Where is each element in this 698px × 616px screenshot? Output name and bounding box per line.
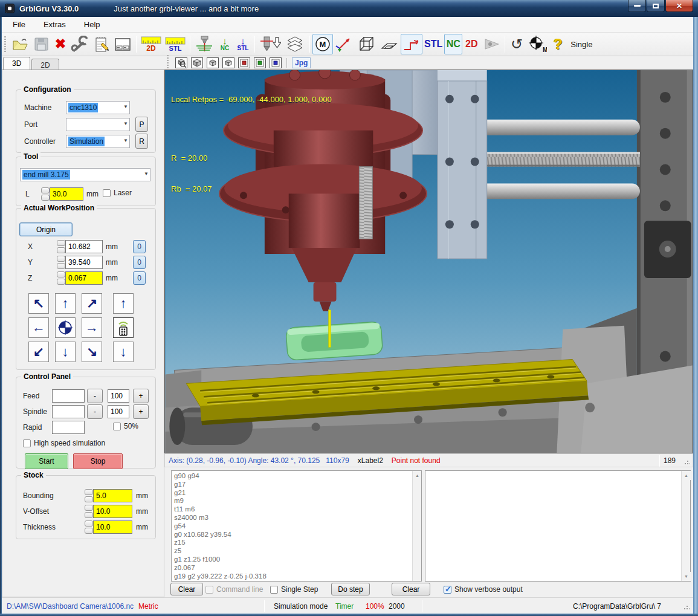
tab-3d[interactable]: 3D bbox=[3, 57, 30, 70]
settings-button[interactable] bbox=[69, 34, 91, 54]
jog-down-left-button[interactable]: ↙ bbox=[28, 342, 49, 362]
z-position-input[interactable]: 0.067 bbox=[65, 271, 103, 285]
view-z-button[interactable] bbox=[270, 57, 282, 68]
load-stl-button[interactable]: ↓ STL bbox=[234, 34, 252, 54]
verbose-output-box[interactable]: ▲ ▼ bbox=[425, 470, 691, 582]
title-bar[interactable]: GrblGru V3.30.0 Just another grbl-viewer… bbox=[0, 0, 698, 17]
y-spinner[interactable] bbox=[57, 256, 65, 269]
camera-view-button[interactable] bbox=[480, 34, 502, 54]
jog-down-button[interactable]: ↓ bbox=[55, 342, 76, 362]
spinner-down[interactable] bbox=[57, 279, 65, 285]
spinner-up[interactable] bbox=[57, 240, 65, 246]
fifty-percent-checkbox[interactable]: 50% bbox=[113, 422, 138, 430]
tool-length-input[interactable]: 30.0 bbox=[50, 187, 83, 201]
feed-input[interactable] bbox=[52, 389, 85, 403]
tool-length-spinner[interactable] bbox=[41, 187, 50, 201]
edit-notes-button[interactable] bbox=[91, 34, 112, 54]
plane-view-button[interactable] bbox=[378, 34, 401, 54]
jog-up-left-button[interactable]: ↖ bbox=[28, 293, 49, 314]
checkbox-box[interactable] bbox=[23, 439, 31, 447]
y-zero-button[interactable]: 0 bbox=[133, 256, 146, 269]
spindle-input[interactable] bbox=[52, 405, 85, 418]
jog-home-button[interactable] bbox=[55, 317, 76, 338]
menu-file[interactable]: File bbox=[5, 18, 33, 31]
spinner-down[interactable] bbox=[85, 512, 93, 518]
machine-select[interactable]: cnc1310 ▼ bbox=[66, 101, 130, 114]
help-button[interactable]: ? bbox=[549, 34, 567, 54]
toolpath-view-button[interactable] bbox=[401, 34, 422, 54]
port-select[interactable]: ▼ bbox=[66, 118, 130, 131]
clear-output-button[interactable]: Clear bbox=[392, 583, 430, 595]
y-position-input[interactable]: 39.540 bbox=[65, 256, 103, 269]
thickness-spinner[interactable] bbox=[85, 520, 93, 534]
feed-minus-button[interactable]: - bbox=[87, 389, 103, 403]
feed-percent-input[interactable]: 100 bbox=[108, 389, 129, 403]
command-line-checkbox[interactable]: Command line bbox=[205, 585, 263, 594]
scroll-down-icon[interactable]: ▼ bbox=[682, 572, 691, 581]
spinner-up[interactable] bbox=[85, 505, 93, 511]
show-2d-button[interactable]: 2D bbox=[462, 34, 480, 54]
view-x-button[interactable] bbox=[238, 57, 250, 68]
machine-origin-button[interactable]: M bbox=[526, 34, 549, 54]
scroll-up-icon[interactable]: ▲ bbox=[682, 471, 691, 480]
spinner-down[interactable] bbox=[57, 247, 65, 253]
zoom-fit-button[interactable] bbox=[175, 57, 187, 68]
remote-control-button[interactable] bbox=[113, 317, 134, 338]
controller-r-button[interactable]: R bbox=[135, 134, 148, 149]
jog-left-button[interactable]: ← bbox=[28, 317, 49, 338]
x-position-input[interactable]: 10.682 bbox=[65, 240, 103, 253]
tab-2d[interactable]: 2D bbox=[31, 59, 59, 70]
viewport-toolbar-grip[interactable] bbox=[167, 55, 169, 71]
z-spinner[interactable] bbox=[57, 271, 65, 285]
view-top-button[interactable] bbox=[207, 57, 219, 68]
spinner-up[interactable] bbox=[85, 520, 93, 527]
spinner-down[interactable] bbox=[85, 496, 93, 502]
delete-button[interactable]: ✖ bbox=[51, 34, 69, 54]
high-speed-checkbox[interactable]: High speed simulation bbox=[23, 439, 105, 447]
view-iso-button[interactable] bbox=[191, 57, 203, 68]
spindle-plus-button[interactable]: + bbox=[133, 404, 149, 419]
origin-button[interactable]: Origin bbox=[19, 222, 73, 236]
mill-simulation-button[interactable] bbox=[193, 34, 216, 54]
axes-button[interactable] bbox=[333, 34, 355, 54]
save-button[interactable] bbox=[31, 34, 51, 54]
x-zero-button[interactable]: 0 bbox=[133, 240, 146, 253]
single-step-checkbox[interactable]: Single Step bbox=[270, 585, 318, 594]
rapid-input[interactable] bbox=[52, 421, 85, 434]
thickness-input[interactable]: 10.0 bbox=[93, 520, 132, 534]
clear-gcode-button[interactable]: Clear bbox=[170, 583, 203, 595]
show-verbose-checkbox[interactable]: ✓ Show verbose output bbox=[444, 585, 523, 594]
spinner-down[interactable] bbox=[85, 528, 93, 534]
checkbox-box[interactable] bbox=[205, 586, 213, 594]
checkbox-box[interactable] bbox=[113, 423, 121, 430]
voffset-input[interactable]: 10.0 bbox=[93, 505, 132, 518]
load-nc-button[interactable]: ↓ NC bbox=[216, 34, 234, 54]
output-scrollbar[interactable]: ▲ ▼ bbox=[681, 471, 690, 581]
resize-grip-icon[interactable] bbox=[683, 604, 690, 610]
spinner-down[interactable] bbox=[57, 263, 65, 269]
resize-grip-icon[interactable] bbox=[684, 459, 690, 465]
measure-stl-button[interactable]: STL bbox=[163, 34, 187, 54]
view-y-button[interactable] bbox=[254, 57, 266, 68]
voffset-spinner[interactable] bbox=[85, 505, 93, 518]
tool-select[interactable]: end mill 3.175 ▼ bbox=[20, 168, 150, 181]
close-button[interactable]: ✕ bbox=[665, 0, 693, 12]
rotate-view-button[interactable]: ↺ bbox=[508, 34, 526, 54]
layout-window-button[interactable] bbox=[112, 34, 134, 54]
minimize-button[interactable] bbox=[628, 0, 646, 12]
menu-extras[interactable]: Extras bbox=[36, 18, 73, 31]
bounding-spinner[interactable] bbox=[85, 489, 93, 502]
viewport-3d[interactable]: Local Refpos = -69.000, -44.000, 1.000, … bbox=[164, 70, 693, 453]
scroll-up-icon[interactable]: ▲ bbox=[413, 471, 422, 480]
gcode-listing-box[interactable]: g90 g94 g17 g21 m9 t11 m6 s24000 m3 g54 … bbox=[171, 470, 422, 582]
laser-checkbox[interactable]: Laser bbox=[103, 189, 132, 197]
cube-view-button[interactable] bbox=[355, 34, 378, 54]
show-stl-button[interactable]: STL bbox=[422, 34, 444, 54]
z-zero-button[interactable]: 0 bbox=[133, 271, 146, 285]
spinner-up[interactable] bbox=[57, 271, 65, 277]
spindle-percent-input[interactable]: 100 bbox=[108, 405, 129, 418]
spinner-down[interactable] bbox=[41, 195, 50, 201]
open-file-button[interactable] bbox=[9, 34, 31, 54]
spinner-up[interactable] bbox=[85, 489, 93, 495]
toolbar-grip[interactable] bbox=[4, 36, 6, 52]
